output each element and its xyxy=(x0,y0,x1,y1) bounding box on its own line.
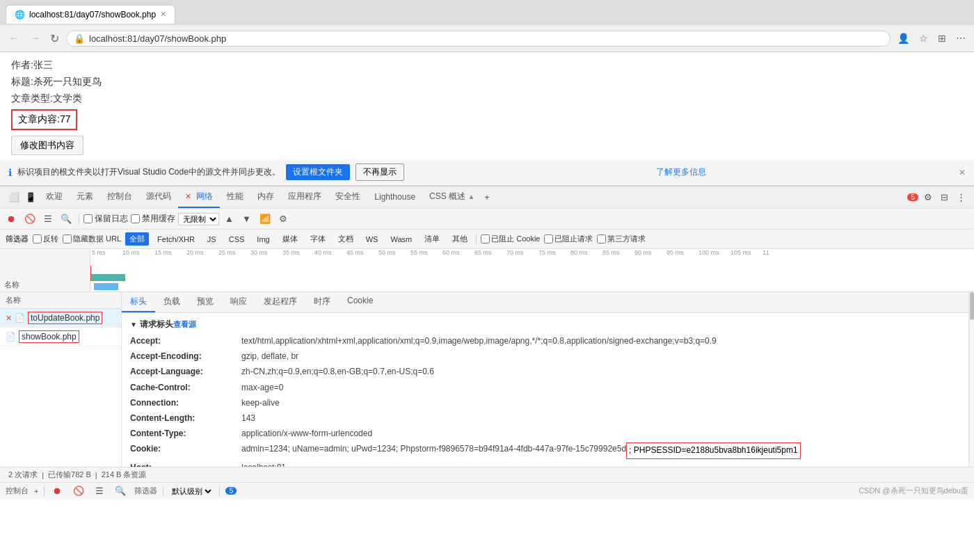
tab-close-icon[interactable]: ✕ xyxy=(160,10,166,19)
filter-img[interactable]: Img xyxy=(253,234,273,245)
title-line: 标题:杀死一只知更鸟 xyxy=(11,76,963,88)
filter-all[interactable]: 全部 xyxy=(125,232,149,246)
bottom-record-icon[interactable]: ⏺ xyxy=(50,483,65,498)
detail-tab-cookie[interactable]: Cookie xyxy=(339,292,381,312)
tab-performance[interactable]: 性能 xyxy=(220,186,250,208)
modify-button[interactable]: 修改图书内容 xyxy=(11,136,83,155)
sep2: | xyxy=(95,471,97,479)
wifi-icon[interactable]: 📶 xyxy=(257,212,273,225)
star-icon[interactable]: ☆ xyxy=(916,31,931,45)
search-icon[interactable]: 🔍 xyxy=(58,211,74,226)
detail-tab-payload[interactable]: 负载 xyxy=(155,292,189,312)
collections-icon[interactable]: ⊞ xyxy=(935,31,949,45)
bottom-search-icon[interactable]: 🔍 xyxy=(112,483,129,498)
filter-font[interactable]: 字体 xyxy=(306,232,330,246)
main-panel: 名称 ✕ 📄 toUpdateBook.php 📄 showBook.php 标… xyxy=(0,292,974,467)
view-source-link[interactable]: 查看源 xyxy=(173,319,196,330)
level-select[interactable]: 默认级别 xyxy=(169,486,214,496)
third-party-checkbox[interactable]: 第三方请求 xyxy=(597,234,646,244)
header-value-content-length: 143 xyxy=(241,412,255,425)
detail-tab-preview[interactable]: 预览 xyxy=(189,292,222,312)
bottom-filter-icon[interactable]: ☰ xyxy=(93,483,106,498)
filter-js[interactable]: JS xyxy=(203,234,221,245)
filter-icon[interactable]: ☰ xyxy=(41,211,55,226)
tab-application[interactable]: 应用程序 xyxy=(281,186,328,208)
add-tab-icon[interactable]: + xyxy=(481,190,493,205)
back-button[interactable]: ← xyxy=(6,29,22,47)
author-line: 作者:张三 xyxy=(11,59,963,72)
tab-console[interactable]: 控制台 xyxy=(100,186,139,208)
filter-other[interactable]: 其他 xyxy=(448,232,472,246)
tab-lighthouse[interactable]: Lighthouse xyxy=(367,188,422,207)
detail-tab-headers[interactable]: 标头 xyxy=(122,292,155,312)
disable-cache-checkbox[interactable]: 禁用缓存 xyxy=(131,213,175,225)
blocked-cookie-checkbox[interactable]: 已阻止 Cookie xyxy=(481,234,540,244)
name-header: 名称 xyxy=(6,295,21,305)
hide-data-url-checkbox[interactable]: 隐藏数据 URL xyxy=(63,234,121,244)
record-icon[interactable]: ⏺ xyxy=(4,211,19,226)
tab-welcome[interactable]: 欢迎 xyxy=(39,186,70,208)
tab-sources[interactable]: 源代码 xyxy=(139,186,178,208)
header-name-accept: Accept: xyxy=(130,335,241,348)
profile-icon[interactable]: 👤 xyxy=(895,31,912,45)
blocked-request-checkbox[interactable]: 已阻止请求 xyxy=(544,234,593,244)
request-headers-section[interactable]: ▼ 请求标头 查看源 xyxy=(130,319,960,330)
import-icon[interactable]: ▲ xyxy=(222,212,237,225)
filter-wasm[interactable]: Wasm xyxy=(386,234,416,245)
disable-cache-input[interactable] xyxy=(131,214,140,223)
dock-icon[interactable]: ⊟ xyxy=(938,190,951,205)
tab-css-overview[interactable]: CSS 概述 ▲ xyxy=(422,186,481,208)
forward-button[interactable]: → xyxy=(26,29,43,47)
file-x-icon[interactable]: ✕ xyxy=(6,314,12,323)
t0: 5 ms xyxy=(90,249,122,263)
network-tab-x[interactable]: ✕ xyxy=(185,192,191,200)
browser-tab[interactable]: 🌐 localhost:81/day07/showBook.php ✕ xyxy=(6,5,175,24)
dont-show-button[interactable]: 不再显示 xyxy=(356,163,404,181)
preserve-log-input[interactable] xyxy=(83,214,93,223)
url-box[interactable]: 🔒 localhost:81/day07/showBook.php xyxy=(66,31,891,47)
filter-doc[interactable]: 文档 xyxy=(334,232,358,246)
header-name-accept-language: Accept-Language: xyxy=(130,365,241,378)
filter-manifest[interactable]: 清单 xyxy=(420,232,444,246)
learn-more-link[interactable]: 了解更多信息 xyxy=(656,166,706,178)
error-badge: 5 xyxy=(907,193,918,201)
devtools-inspect-icon[interactable]: ⬜ xyxy=(6,190,22,205)
clear-icon[interactable]: 🚫 xyxy=(22,211,38,226)
add-panel-button[interactable]: + xyxy=(34,487,38,495)
detail-tab-timing[interactable]: 时序 xyxy=(305,292,339,312)
tab-elements[interactable]: 元素 xyxy=(70,186,100,208)
filter-css[interactable]: CSS xyxy=(225,234,249,245)
detail-tab-initiator[interactable]: 发起程序 xyxy=(255,292,305,312)
tab-memory[interactable]: 内存 xyxy=(250,186,281,208)
reload-button[interactable]: ↻ xyxy=(47,29,62,48)
preserve-log-checkbox[interactable]: 保留日志 xyxy=(83,213,128,225)
invert-checkbox[interactable]: 反转 xyxy=(33,234,58,244)
header-value-accept: text/html,application/xhtml+xml,applicat… xyxy=(241,335,717,348)
file-name-2: showBook.php xyxy=(19,330,79,343)
filter-bar: 筛选器 反转 隐藏数据 URL 全部 Fetch/XHR JS CSS Img … xyxy=(0,230,974,249)
content-label: 文章内容:77 xyxy=(18,113,70,125)
file-item-showBook[interactable]: 📄 showBook.php xyxy=(0,328,121,346)
filter-fetch-xhr[interactable]: Fetch/XHR xyxy=(153,234,199,245)
settings-icon2[interactable]: ⚙ xyxy=(276,212,290,225)
t5: 30 ms xyxy=(250,249,282,263)
set-root-folder-button[interactable]: 设置根文件夹 xyxy=(286,164,350,180)
bottom-badge: 5 xyxy=(225,487,237,495)
notification-close-icon[interactable]: ✕ xyxy=(959,168,966,177)
throttle-select[interactable]: 无限制 xyxy=(178,213,219,225)
export-icon[interactable]: ▼ xyxy=(239,212,254,225)
filter-media[interactable]: 媒体 xyxy=(278,232,302,246)
tab-security[interactable]: 安全性 xyxy=(328,186,367,208)
filter-ws[interactable]: WS xyxy=(362,234,383,245)
settings-icon[interactable]: ⋯ xyxy=(953,31,968,45)
tab-network[interactable]: ✕ 网络 xyxy=(178,186,220,208)
bottom-clear-icon[interactable]: 🚫 xyxy=(70,483,87,498)
more-icon[interactable]: ⋮ xyxy=(954,190,968,205)
header-name-content-type: Content-Type: xyxy=(130,427,241,440)
console-button[interactable]: 控制台 xyxy=(6,486,29,496)
scrollbar-thumb[interactable] xyxy=(970,292,974,320)
settings-gear-icon[interactable]: ⚙ xyxy=(921,190,935,205)
devtools-device-icon[interactable]: 📱 xyxy=(22,190,39,205)
detail-tab-response[interactable]: 响应 xyxy=(222,292,255,312)
file-item-toUpdateBook[interactable]: ✕ 📄 toUpdateBook.php xyxy=(0,309,121,328)
